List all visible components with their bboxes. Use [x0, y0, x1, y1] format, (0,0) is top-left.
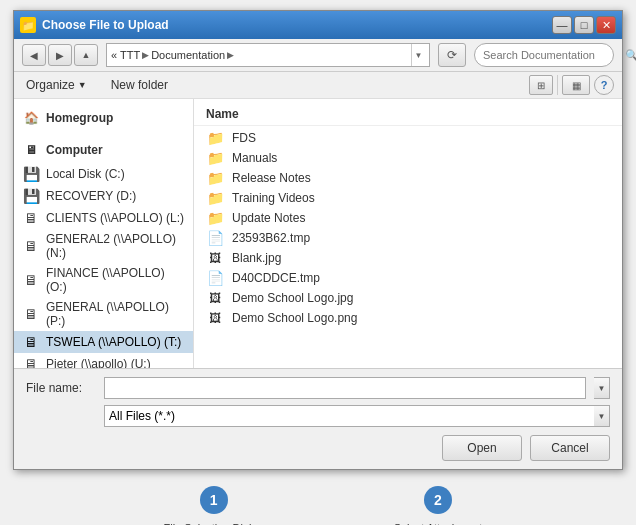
drive-l-icon: 🖥 [22, 210, 40, 226]
open-button-label: Open [467, 441, 496, 455]
file-name-demo-school-png: Demo School Logo.png [232, 311, 357, 325]
file-item-release-notes[interactable]: 📁 Release Notes [194, 168, 622, 188]
annotation-2: 2 Select Attachment [394, 486, 483, 525]
file-item-d40cddce[interactable]: 📄 D40CDDCE.tmp [194, 268, 622, 288]
main-content: 🏠 Homegroup 🖥 Computer 💾 Local Disk (C:)… [14, 99, 622, 369]
sidebar-item-general-p[interactable]: 🖥 GENERAL (\\APOLLO) (P:) [14, 297, 193, 331]
sidebar-item-pieter-u[interactable]: 🖥 Pieter (\\apollo) (U:) [14, 353, 193, 368]
action-bar: Organize ▼ New folder ⊞ ▦ ? [14, 72, 622, 99]
refresh-button[interactable]: ⟳ [438, 43, 466, 67]
file-item-demo-school-png[interactable]: 🖼 Demo School Logo.png [194, 308, 622, 328]
file-item-demo-school-jpg[interactable]: 🖼 Demo School Logo.jpg [194, 288, 622, 308]
file-item-23593b62[interactable]: 📄 23593B62.tmp [194, 228, 622, 248]
breadcrumb-separator1: ▶ [142, 50, 149, 60]
maximize-button[interactable]: □ [574, 16, 594, 34]
file-item-training-videos[interactable]: 📁 Training Videos [194, 188, 622, 208]
drive-c-icon: 💾 [22, 166, 40, 182]
back-button[interactable]: ◀ [22, 44, 46, 66]
address-bar[interactable]: « TTT ▶ Documentation ▶ ▼ [106, 43, 430, 67]
homegroup-icon: 🏠 [22, 109, 40, 127]
cancel-button[interactable]: Cancel [530, 435, 610, 461]
address-dropdown-button[interactable]: ▼ [411, 44, 425, 66]
file-name-update-notes: Update Notes [232, 211, 305, 225]
help-button[interactable]: ? [594, 75, 614, 95]
drive-o-icon: 🖥 [22, 272, 40, 288]
filename-label: File name: [26, 381, 96, 395]
forward-button[interactable]: ▶ [48, 44, 72, 66]
minimize-button[interactable]: — [552, 16, 572, 34]
file-name-d40cddce: D40CDDCE.tmp [232, 271, 320, 285]
view-divider [557, 75, 558, 95]
annotation-2-circle: 2 [424, 486, 452, 514]
search-icon[interactable]: 🔍 [625, 49, 636, 62]
file-icon-d40cddce: 📄 [206, 270, 224, 286]
file-list-container: Name 📁 FDS 📁 Manuals 📁 Release Notes 📁 T… [194, 99, 622, 368]
annotation-1-number: 1 [210, 492, 218, 508]
navigation-toolbar: ◀ ▶ ▲ « TTT ▶ Documentation ▶ ▼ ⟳ 🔍 [14, 39, 622, 72]
filetype-select[interactable]: All Files (*.*) [104, 405, 594, 427]
new-folder-button[interactable]: New folder [107, 76, 172, 94]
view-grid-button[interactable]: ⊞ [529, 75, 553, 95]
annotation-2-number: 2 [434, 492, 442, 508]
file-name-training-videos: Training Videos [232, 191, 315, 205]
drive-c-label: Local Disk (C:) [46, 167, 125, 181]
file-item-update-notes[interactable]: 📁 Update Notes [194, 208, 622, 228]
file-icon-demo-school-jpg: 🖼 [206, 290, 224, 306]
address-breadcrumb: « TTT ▶ Documentation ▶ [111, 49, 407, 61]
drive-d-label: RECOVERY (D:) [46, 189, 136, 203]
view-icons: ⊞ ▦ ? [529, 75, 614, 95]
drive-t-label: TSWELA (\\APOLLO) (T:) [46, 335, 181, 349]
annotation-area: 1 File Selection Dialog Page 2 Select At… [13, 470, 623, 525]
sidebar-item-recovery-d[interactable]: 💾 RECOVERY (D:) [14, 185, 193, 207]
bottom-section: File name: ▼ All Files (*.*) ▼ Open Canc… [14, 369, 622, 469]
search-input[interactable] [483, 49, 621, 61]
up-button[interactable]: ▲ [74, 44, 98, 66]
view-list-button[interactable]: ▦ [562, 75, 590, 95]
window-title: Choose File to Upload [42, 18, 546, 32]
folder-icon-manuals: 📁 [206, 150, 224, 166]
breadcrumb-separator2: ▶ [227, 50, 234, 60]
file-name-23593b62: 23593B62.tmp [232, 231, 310, 245]
organize-arrow-icon: ▼ [78, 80, 87, 90]
filetype-dropdown-button[interactable]: ▼ [594, 405, 610, 427]
file-list-header: Name [194, 105, 622, 126]
file-item-fds[interactable]: 📁 FDS [194, 128, 622, 148]
sidebar-item-tswela-t[interactable]: 🖥 TSWELA (\\APOLLO) (T:) [14, 331, 193, 353]
folder-icon-release-notes: 📁 [206, 170, 224, 186]
sidebar: 🏠 Homegroup 🖥 Computer 💾 Local Disk (C:)… [14, 99, 194, 368]
folder-icon-fds: 📁 [206, 130, 224, 146]
annotation-1: 1 File Selection Dialog Page [154, 486, 274, 525]
drive-l-label: CLIENTS (\\APOLLO) (L:) [46, 211, 184, 225]
sidebar-item-finance-o[interactable]: 🖥 FINANCE (\\APOLLO) (O:) [14, 263, 193, 297]
file-item-manuals[interactable]: 📁 Manuals [194, 148, 622, 168]
file-name-demo-school-jpg: Demo School Logo.jpg [232, 291, 353, 305]
drive-p-icon: 🖥 [22, 306, 40, 322]
drive-u-label: Pieter (\\apollo) (U:) [46, 357, 151, 368]
window-icon: 📁 [20, 17, 36, 33]
column-name-header: Name [206, 107, 239, 121]
sidebar-item-general2-n[interactable]: 🖥 GENERAL2 (\\APOLLO) (N:) [14, 229, 193, 263]
filetype-row: All Files (*.*) ▼ [26, 405, 610, 427]
folder-icon-update-notes: 📁 [206, 210, 224, 226]
breadcrumb-current: Documentation [151, 49, 225, 61]
file-item-blank-jpg[interactable]: 🖼 Blank.jpg [194, 248, 622, 268]
sidebar-item-local-disk-c[interactable]: 💾 Local Disk (C:) [14, 163, 193, 185]
breadcrumb-root: « TTT [111, 49, 140, 61]
computer-icon: 🖥 [22, 141, 40, 159]
drive-o-label: FINANCE (\\APOLLO) (O:) [46, 266, 185, 294]
drive-t-icon: 🖥 [22, 334, 40, 350]
filename-row: File name: ▼ [26, 377, 610, 399]
annotation-1-circle: 1 [200, 486, 228, 514]
organize-button[interactable]: Organize ▼ [22, 76, 91, 94]
filename-input[interactable] [104, 377, 586, 399]
search-box: 🔍 [474, 43, 614, 67]
filename-dropdown-button[interactable]: ▼ [594, 377, 610, 399]
title-bar: 📁 Choose File to Upload — □ ✕ [14, 11, 622, 39]
folder-icon-training-videos: 📁 [206, 190, 224, 206]
close-button[interactable]: ✕ [596, 16, 616, 34]
open-button[interactable]: Open [442, 435, 522, 461]
file-name-blank-jpg: Blank.jpg [232, 251, 281, 265]
sidebar-item-clients-l[interactable]: 🖥 CLIENTS (\\APOLLO) (L:) [14, 207, 193, 229]
drive-p-label: GENERAL (\\APOLLO) (P:) [46, 300, 185, 328]
file-name-manuals: Manuals [232, 151, 277, 165]
